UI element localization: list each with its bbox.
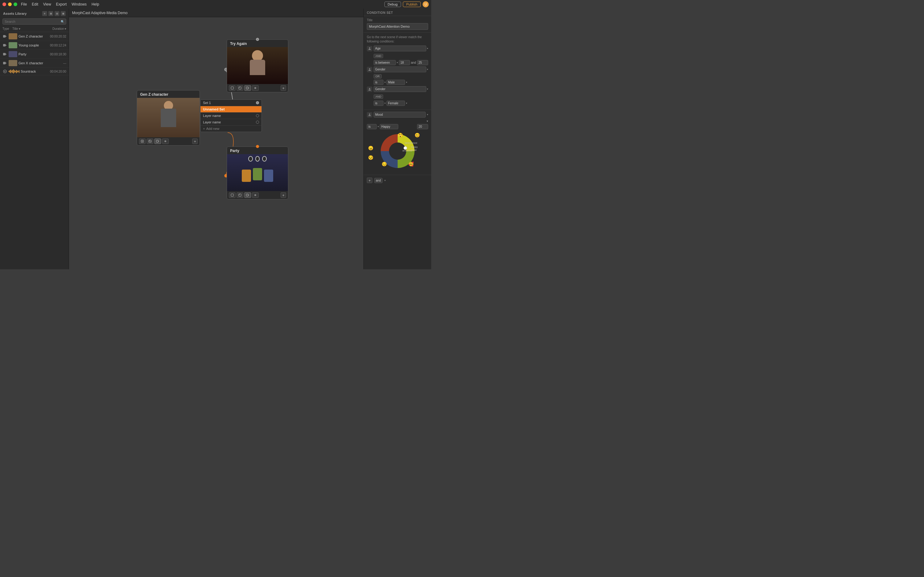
mood-emoji-surprised[interactable]: 😲 <box>397 133 403 137</box>
gender-m-field-select[interactable]: Gender <box>373 66 426 73</box>
gender-f-chevron: ▾ <box>427 88 428 90</box>
gender-m-val-select[interactable]: Male <box>386 80 405 85</box>
gender-m-op-select[interactable]: is <box>373 80 383 85</box>
layer2-label: Layer name <box>203 120 256 124</box>
mood-score-input[interactable] <box>417 124 428 129</box>
layer1-label: Layer name <box>203 114 256 118</box>
svg-rect-4 <box>3 53 6 55</box>
sidebar: Assets Library ≡ ⊞ ⊟ ⊠ 🔍 Type Title ▾ Du… <box>0 9 69 269</box>
gender-f-field-select[interactable]: Gender <box>373 86 426 92</box>
mood-emoji-sad-face[interactable]: 😒 <box>368 155 373 160</box>
set1-row[interactable]: Set 1 <box>200 100 262 106</box>
mood-val-select[interactable]: Happy <box>380 124 398 129</box>
canvas-toolbar: MorphCast Adaptive-Media Demo <box>69 9 363 17</box>
view-detail-icon[interactable]: ⊟ <box>55 11 60 16</box>
menu-export[interactable]: Export <box>56 2 67 6</box>
mood-op-select[interactable]: is <box>367 124 377 129</box>
mood-section: Mood ▾ ▾ is ▾ Happy <box>364 110 431 175</box>
asset-name: Young couple <box>18 44 44 47</box>
gender-f-val-select[interactable]: Female <box>386 101 405 106</box>
project-title: MorphCast Adaptive-Media Demo <box>72 11 128 15</box>
menu-windows[interactable]: Windows <box>72 2 87 6</box>
party-tool-doc[interactable] <box>229 192 236 198</box>
gender-f-op-select[interactable]: is <box>373 101 383 106</box>
search-bar: 🔍 <box>2 18 66 25</box>
conditions-popup: Set 1 Unnamed Set Layer name Layer name … <box>200 99 262 132</box>
sidebar-title: Assets Library <box>3 12 26 15</box>
col-title-header[interactable]: Title ▾ <box>12 27 44 31</box>
title-input[interactable] <box>367 23 428 30</box>
list-item[interactable]: Gen Z character 00:00:20:32 <box>0 32 69 41</box>
svg-rect-24 <box>231 194 233 196</box>
asset-thumbnail <box>9 60 17 66</box>
try-again-tool-vid[interactable] <box>244 85 251 91</box>
unnamed-connector <box>256 108 259 111</box>
mood-emoji-happy[interactable]: 😊 <box>415 133 420 137</box>
party-tool-audio[interactable] <box>252 192 259 198</box>
asset-thumbnail <box>9 42 17 48</box>
mood-expand-arrow[interactable]: ▾ <box>426 119 428 123</box>
node-tool-document[interactable] <box>139 139 146 144</box>
publish-button[interactable]: Publish <box>403 2 421 7</box>
layer1-row[interactable]: Layer name <box>200 113 262 119</box>
asset-name: Gen X character <box>18 61 44 65</box>
maximize-button[interactable] <box>13 2 17 6</box>
search-input[interactable] <box>2 18 66 25</box>
mood-field-select[interactable]: Mood <box>373 112 426 118</box>
sidebar-header: Assets Library ≡ ⊞ ⊟ ⊠ <box>0 9 69 17</box>
menu-view[interactable]: View <box>43 2 51 6</box>
try-again-tool-doc[interactable] <box>229 85 236 91</box>
age-val1-input[interactable] <box>399 60 410 65</box>
try-again-thumb <box>227 47 288 84</box>
add-condition-type-select[interactable]: and or <box>374 178 383 183</box>
gender-f-and-badge: AND <box>373 95 383 99</box>
view-large-icon[interactable]: ⊠ <box>61 11 66 16</box>
mood-op-chevron: ▾ <box>378 125 379 128</box>
try-again-add-btn[interactable]: + <box>281 85 286 91</box>
unnamed-set-row[interactable]: Unnamed Set <box>200 106 262 113</box>
party-tool-vid[interactable] <box>244 192 251 198</box>
layer2-row[interactable]: Layer name <box>200 119 262 126</box>
age-chevron: ▾ <box>427 47 428 50</box>
list-item[interactable]: Young couple 00:00:12:24 <box>0 41 69 50</box>
try-again-tool-img[interactable] <box>237 85 243 91</box>
svg-marker-1 <box>6 36 7 37</box>
node-add-button[interactable]: + <box>192 139 198 144</box>
view-list-icon[interactable]: ≡ <box>42 11 47 16</box>
try-again-tool-audio[interactable] <box>252 85 259 91</box>
set1-connector <box>256 101 259 104</box>
add-new-row[interactable]: + Add new <box>200 126 262 132</box>
list-item[interactable]: Gen X character --- <box>0 59 69 68</box>
gender-m-chevron: ▾ <box>427 68 428 71</box>
add-condition-button[interactable]: + <box>367 177 372 183</box>
age-val2-input[interactable] <box>417 60 428 65</box>
age-field-select[interactable]: Age <box>373 45 426 52</box>
traffic-lights <box>2 2 17 6</box>
age-op-select[interactable]: is between <box>373 60 396 65</box>
close-button[interactable] <box>2 2 6 6</box>
age-condition-icon <box>367 46 372 52</box>
col-duration-header[interactable]: Duration ▾ <box>45 27 66 31</box>
asset-name: Gen Z character <box>18 34 44 38</box>
node-tool-audio[interactable] <box>162 139 169 144</box>
svg-marker-3 <box>6 45 7 46</box>
menu-file[interactable]: File <box>21 2 27 6</box>
menu-edit[interactable]: Edit <box>32 2 38 6</box>
user-avatar[interactable]: U <box>423 1 429 7</box>
mood-emoji-sad[interactable]: 😔 <box>381 161 387 166</box>
minimize-button[interactable] <box>8 2 12 6</box>
mood-emoji-angry[interactable]: 😠 <box>368 145 373 150</box>
party-add-btn[interactable]: + <box>281 192 286 198</box>
view-grid-icon[interactable]: ⊞ <box>48 11 53 16</box>
party-tool-img[interactable] <box>237 192 243 198</box>
mood-emoji-love[interactable]: 🥰 <box>409 161 414 166</box>
menu-help[interactable]: Help <box>92 2 99 6</box>
svg-rect-25 <box>239 194 241 196</box>
list-item[interactable]: Party 00:00:18:30 <box>0 50 69 59</box>
node-tool-video[interactable] <box>154 139 161 144</box>
node-tool-image[interactable] <box>147 139 153 144</box>
debug-button[interactable]: Debug <box>384 2 401 7</box>
svg-rect-19 <box>231 87 233 89</box>
list-item[interactable]: Sountrack 00:04:20:00 <box>0 68 69 76</box>
bottom-bar: + and or ▾ <box>364 175 431 185</box>
